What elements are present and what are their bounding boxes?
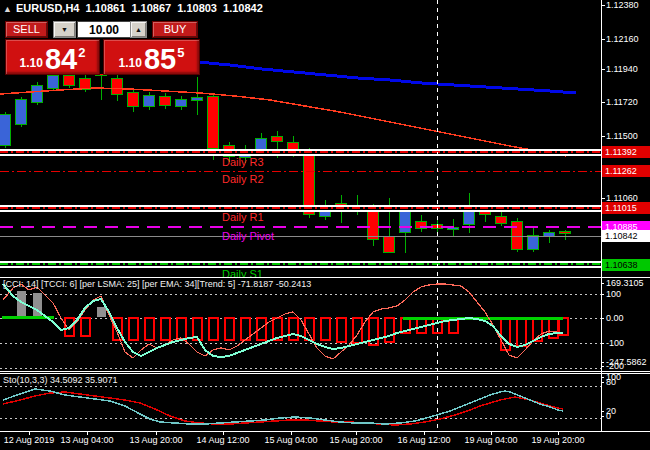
candle-body (112, 78, 123, 95)
cci-histogram-bar (161, 318, 170, 340)
price-axis-label: 1.11720 (606, 97, 638, 107)
price-axis-label: 1.11500 (606, 131, 638, 141)
candle-body (176, 100, 187, 107)
ohlc-high: 1.10867 (131, 2, 171, 14)
sto-axis-label: 80 (606, 377, 616, 387)
time-axis-label: 19 Aug 20:00 (531, 435, 584, 446)
cci-histogram-bar (177, 318, 186, 340)
cci-indicator-label: [CCI: 14] [TCCI: 6] [per LSMA: 25] [per … (3, 279, 311, 289)
price-axis-label: 1.11940 (606, 64, 638, 74)
buy-price-prefix: 1.10 (119, 56, 142, 70)
price-badge: 1.10842 (602, 230, 650, 242)
candle-body (0, 115, 11, 146)
sell-price-sup: 2 (78, 45, 85, 60)
volume-increase-button[interactable]: ▲ (130, 21, 147, 38)
time-axis-label: 14 Aug 12:00 (196, 435, 249, 446)
cci-histogram-bar (321, 318, 330, 340)
volume-input[interactable] (77, 21, 131, 38)
candle-body (160, 97, 171, 105)
candle-body (528, 235, 539, 250)
cci-histogram-bar (209, 318, 218, 340)
time-axis-label: 12 Aug 2019 (4, 435, 55, 446)
price-badge: 1.11262 (602, 165, 650, 177)
candle-body (64, 76, 75, 86)
cci-histogram-bar (129, 318, 138, 340)
candle-body (128, 93, 139, 107)
ohlc-open: 1.10861 (86, 2, 126, 14)
cci-histogram-bar (289, 318, 298, 340)
one-click-trading-panel: SELL ▼ ▲ BUY 1.10842 1.10855 (3, 20, 200, 74)
collapse-icon[interactable]: ▲ (3, 4, 12, 14)
candle-body (32, 85, 43, 102)
cci-axis-label: 169.3105 (606, 278, 644, 288)
candle-body (16, 100, 27, 125)
ma-red-line (0, 88, 566, 156)
buy-price-big: 85 (144, 45, 176, 74)
cci-histogram-bar (145, 318, 154, 340)
time-axis-label: 19 Aug 04:00 (464, 435, 517, 446)
time-axis-label: 15 Aug 20:00 (329, 435, 382, 446)
cci-histogram-bar (81, 318, 90, 336)
time-axis-label: 15 Aug 04:00 (264, 435, 317, 446)
ma-blue-line (150, 59, 576, 93)
sell-price-display[interactable]: 1.10842 (5, 39, 100, 75)
cci-histogram-bar (225, 318, 234, 340)
cci-gray-bar (97, 307, 106, 317)
candle-body (144, 96, 155, 107)
time-axis-label: 13 Aug 20:00 (129, 435, 182, 446)
price-badge: 1.11392 (602, 146, 650, 158)
mt4-chart-window: Daily R3Daily R2Daily R1Daily PivotDaily… (0, 0, 650, 450)
cci-histogram-bar (501, 318, 510, 350)
buy-button[interactable]: BUY (152, 21, 198, 38)
price-badge: 1.11015 (602, 202, 650, 214)
candle-body (192, 98, 203, 101)
candle-body (400, 210, 411, 233)
buy-price-sup: 5 (177, 45, 184, 60)
price-badge: 1.10638 (602, 259, 650, 271)
buy-price-display[interactable]: 1.10855 (103, 39, 200, 75)
time-axis-label: 16 Aug 12:00 (397, 435, 450, 446)
stochastic-indicator-label: Sto(10,3,3) 34.5092 35.9071 (3, 375, 118, 385)
tcci-line (3, 284, 563, 359)
candle-body (384, 237, 395, 252)
cci-histogram-bar (517, 318, 526, 346)
ohlc-low: 1.10803 (177, 2, 217, 14)
cci-histogram-bar (385, 318, 394, 342)
price-axis-label: 1.12160 (606, 34, 639, 44)
sto-axis-label: 0 (606, 411, 611, 421)
cci-axis-label: -100 (606, 338, 624, 348)
sell-button[interactable]: SELL (5, 21, 48, 38)
symbol-period-label: EURUSD,H4 (16, 2, 80, 14)
candle-body (48, 76, 59, 88)
cci-histogram-bar (257, 318, 266, 340)
time-axis[interactable]: 12 Aug 201913 Aug 04:0013 Aug 20:0014 Au… (0, 435, 650, 449)
trade-panel-row: SELL ▼ ▲ BUY (3, 21, 200, 38)
cci-axis-label: -200 (606, 361, 624, 371)
cci-histogram-bar (549, 318, 558, 338)
cci-histogram-bar (337, 318, 346, 342)
cci-histogram-bar (241, 318, 250, 340)
price-axis-label: 1.12380 (606, 0, 639, 10)
candle-body (208, 97, 219, 148)
cci-axis-label: 0.00 (606, 313, 624, 323)
candle-body (368, 210, 379, 240)
sell-price-big: 84 (45, 45, 77, 74)
cci-axis-label: 100 (606, 289, 621, 299)
time-axis-label: 13 Aug 04:00 (60, 435, 113, 446)
chart-header: ▲EURUSD,H4 1.10861 1.10867 1.10803 1.108… (3, 2, 266, 14)
sto-signal-line (3, 392, 563, 425)
ohlc-close: 1.10842 (223, 2, 263, 14)
candle-body (496, 216, 507, 223)
cci-line (3, 284, 563, 357)
price-axis[interactable]: 1.123801.121601.119401.117201.115001.110… (601, 0, 650, 450)
sell-price-prefix: 1.10 (20, 56, 43, 70)
volume-decrease-button[interactable]: ▼ (53, 21, 76, 38)
candle-body (272, 137, 283, 141)
candle-body (560, 231, 571, 234)
